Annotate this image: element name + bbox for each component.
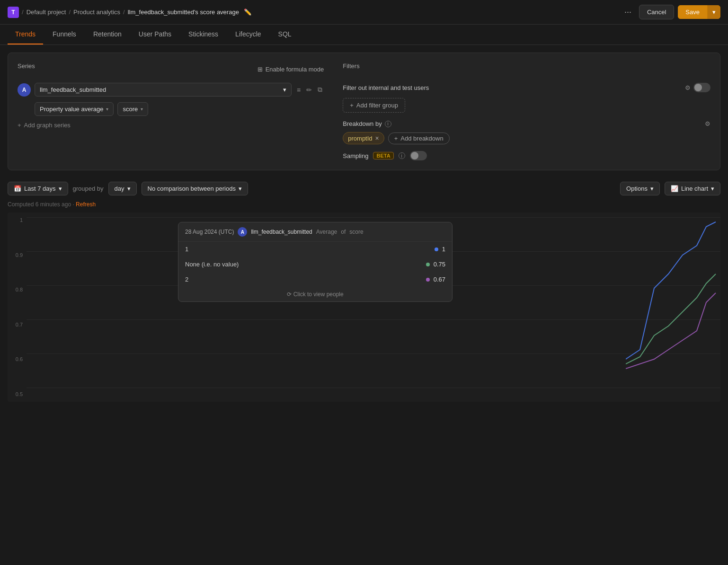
- breadcrumb: T / Default project / Product analytics …: [8, 7, 618, 18]
- breadcrumb-sep-2: /: [69, 9, 71, 16]
- copy-series-button[interactable]: ⧉: [316, 84, 324, 95]
- internal-users-toggle[interactable]: [693, 83, 710, 92]
- y-label-08: 0.8: [8, 287, 27, 292]
- options-button[interactable]: Options ▾: [620, 182, 660, 195]
- add-filter-group-label: Add filter group: [356, 102, 398, 109]
- tooltip-row-1-label: 1: [185, 246, 188, 253]
- tab-lifecycle[interactable]: Lifecycle: [228, 25, 268, 44]
- comparison-button[interactable]: No comparison between periods ▾: [142, 182, 248, 195]
- chart-type-label: Line chart: [681, 185, 708, 192]
- tooltip-avatar: A: [238, 227, 247, 237]
- tab-sql[interactable]: SQL: [271, 25, 299, 44]
- tooltip-row-2[interactable]: None (i.e. no value) 0.75: [178, 257, 452, 272]
- tab-stickiness[interactable]: Stickiness: [181, 25, 226, 44]
- refresh-button[interactable]: Refresh: [76, 201, 96, 208]
- add-series-label: Add graph series: [24, 122, 71, 129]
- event-selector[interactable]: llm_feedback_submitted ▾: [35, 83, 292, 97]
- save-dropdown-button[interactable]: ▾: [707, 5, 720, 19]
- tab-funnels[interactable]: Funnels: [45, 25, 84, 44]
- sampling-row: Sampling BETA i: [343, 151, 710, 160]
- internal-users-filter-row: Filter out internal and test users ⚙: [343, 83, 710, 92]
- tooltip-header: 28 Aug 2024 (UTC) A llm_feedback_submitt…: [178, 222, 452, 242]
- chart-lines-svg: [626, 212, 720, 402]
- breadcrumb-section[interactable]: Product analytics: [73, 9, 120, 16]
- computed-text: Computed 6 minutes ago: [8, 201, 71, 208]
- event-name: llm_feedback_submitted: [40, 86, 106, 93]
- formula-mode-button[interactable]: ⊞ Enable formula mode: [257, 66, 324, 73]
- chart-type-button[interactable]: 📈 Line chart ▾: [665, 182, 720, 195]
- breadcrumb-sep-3: /: [123, 9, 125, 16]
- cancel-button[interactable]: Cancel: [639, 5, 674, 19]
- plus-icon-breakdown: +: [394, 135, 398, 142]
- grid-line-06: [27, 353, 720, 354]
- grid-line-05: [27, 388, 720, 388]
- breakdown-info-icon[interactable]: i: [385, 121, 391, 127]
- group-period-chevron: ▾: [127, 185, 131, 192]
- edit-series-button[interactable]: ✏: [305, 85, 313, 95]
- tooltip-row-3-value: 0.67: [426, 276, 445, 283]
- group-period-button[interactable]: day ▾: [108, 182, 137, 195]
- property-name-label: score: [123, 106, 138, 113]
- config-panel: Series ⊞ Enable formula mode A llm_feedb…: [8, 53, 720, 170]
- options-chevron: ▾: [650, 185, 654, 192]
- y-label-06: 0.6: [8, 356, 27, 362]
- breadcrumb-current: llm_feedback_submitted's score average: [128, 9, 239, 16]
- breakdown-tag-label: promptId: [348, 135, 372, 142]
- chart-type-chevron: ▾: [711, 185, 714, 192]
- sampling-toggle-knob: [411, 152, 418, 159]
- sampling-label: Sampling: [343, 152, 368, 159]
- property-row: Property value average ▾ score ▾: [35, 102, 324, 116]
- top-bar-actions: ··· Cancel Save ▾: [621, 5, 720, 19]
- tooltip-of: of: [341, 229, 346, 235]
- view-people-button[interactable]: ⟳ Click to view people: [178, 287, 452, 301]
- chart-area: 1 0.9 0.8 0.7 0.6 0.5 2: [8, 212, 720, 402]
- add-breakdown-button[interactable]: + Add breakdown: [388, 132, 450, 144]
- tooltip-row-1-value: 1: [435, 246, 445, 253]
- save-button[interactable]: Save: [678, 5, 707, 19]
- comparison-chevron: ▾: [239, 185, 242, 192]
- series-row: A llm_feedback_submitted ▾ ≡ ✏ ⧉: [18, 83, 324, 97]
- grid-line-1: [27, 217, 720, 218]
- add-filter-group-button[interactable]: + Add filter group: [343, 98, 405, 113]
- breakdown-tag-promptid: promptId ×: [343, 132, 384, 144]
- date-range-button[interactable]: 📅 Last 7 days ▾: [8, 182, 68, 195]
- project-icon: T: [8, 7, 19, 18]
- tooltip-row-3-number: 0.67: [434, 276, 445, 283]
- tooltip-property: score: [349, 229, 363, 235]
- breakdown-header: Breakdown by i ⚙: [343, 120, 710, 127]
- add-series-button[interactable]: + Add graph series: [18, 122, 71, 129]
- date-range-label: Last 7 days: [24, 185, 56, 192]
- tooltip-event-name: llm_feedback_submitted: [251, 229, 312, 235]
- plus-icon: +: [18, 122, 21, 129]
- breakdown-settings-icon[interactable]: ⚙: [705, 120, 710, 127]
- tooltip-date: 28 Aug 2024 (UTC): [185, 229, 234, 235]
- main-content: Series ⊞ Enable formula mode A llm_feedb…: [0, 45, 728, 409]
- group-period-label: day: [115, 185, 124, 192]
- breakdown-title-text: Breakdown by: [343, 120, 382, 127]
- add-breakdown-label: Add breakdown: [400, 135, 443, 142]
- grid-line-07: [27, 319, 720, 320]
- more-options-button[interactable]: ···: [621, 5, 635, 19]
- edit-title-button[interactable]: ✏️: [242, 8, 254, 17]
- y-label-05: 0.5: [8, 391, 27, 397]
- tooltip-row-1[interactable]: 1 1: [178, 242, 452, 257]
- tooltip-row-3[interactable]: 2 0.67: [178, 272, 452, 287]
- breadcrumb-project[interactable]: Default project: [27, 9, 66, 16]
- filter-icon-button[interactable]: ≡: [295, 85, 302, 95]
- y-axis: 1 0.9 0.8 0.7 0.6 0.5: [8, 212, 27, 402]
- sampling-info-icon[interactable]: i: [399, 152, 405, 159]
- filter-settings-icon[interactable]: ⚙: [685, 84, 691, 91]
- tab-retention[interactable]: Retention: [86, 25, 129, 44]
- breadcrumb-sep-1: /: [22, 9, 24, 16]
- top-bar: T / Default project / Product analytics …: [0, 0, 728, 25]
- property-type-dropdown[interactable]: Property value average ▾: [35, 102, 114, 116]
- sampling-toggle[interactable]: [410, 151, 427, 160]
- tab-bar: Trends Funnels Retention User Paths Stic…: [0, 25, 728, 45]
- property-name-dropdown[interactable]: score ▾: [117, 102, 148, 116]
- remove-breakdown-button[interactable]: ×: [375, 134, 379, 142]
- plus-icon-filter: +: [350, 102, 354, 109]
- chevron-down-icon: ▾: [283, 86, 286, 93]
- tab-trends[interactable]: Trends: [8, 25, 43, 44]
- computed-row: Computed 6 minutes ago · Refresh: [8, 201, 720, 208]
- tab-user-paths[interactable]: User Paths: [131, 25, 179, 44]
